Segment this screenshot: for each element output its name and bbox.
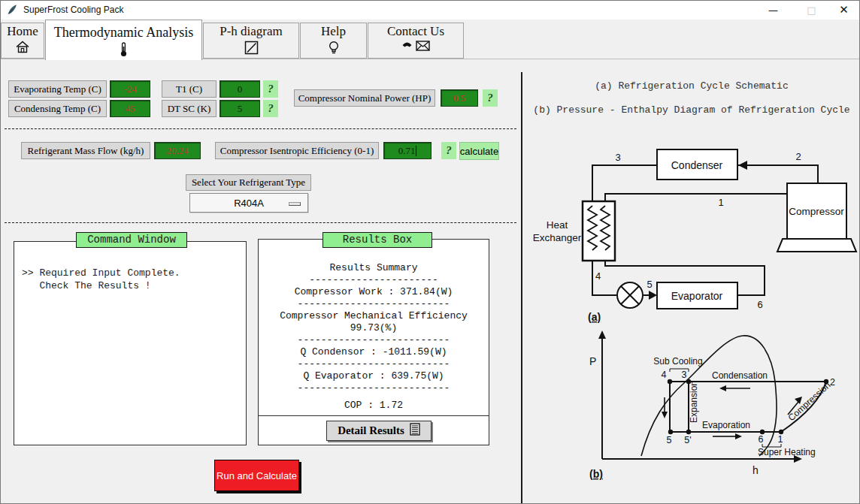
results-text: Results Summary ---------------------- C…: [259, 262, 489, 412]
ph-diagram: P h 4 3 2 5 5' 6 1 Sub Cooling Condensat…: [523, 324, 860, 504]
tab-contact-us[interactable]: Contact Us: [368, 23, 464, 59]
ph-point-1: 1: [778, 434, 783, 445]
isentropic-eff-value: 0.71: [398, 145, 416, 157]
refrigerant-selected-value: R404A: [234, 198, 264, 209]
results-line: Results Summary: [329, 262, 417, 274]
results-line: ----------------------: [309, 274, 438, 286]
expansion-label: Expansion: [689, 381, 699, 423]
heat-exchanger-label-1: Heat: [547, 219, 568, 231]
tab-home[interactable]: Home: [1, 23, 44, 59]
refrigerant-type-label: Select Your Refrigerant Type: [186, 174, 311, 191]
command-line: Check The Results !: [22, 280, 151, 291]
dt-sc-help-button[interactable]: ?: [263, 100, 278, 117]
maximize-button[interactable]: □: [795, 1, 828, 20]
results-line: Compressor Work : 371.84(W): [295, 286, 453, 298]
ph-point-5: 5: [667, 435, 672, 445]
compressor-power-help-button[interactable]: ?: [483, 89, 498, 107]
tab-home-label: Home: [7, 24, 38, 39]
ph-caption: (b): [589, 468, 603, 480]
compression-label: Compression: [786, 380, 833, 424]
dt-sc-label: DT SC (K): [162, 100, 217, 117]
point-5: 5: [647, 279, 652, 290]
condensing-temp-field[interactable]: 45: [110, 100, 150, 117]
tab-help[interactable]: Help: [300, 23, 367, 59]
super-heating-label: Super Heating: [758, 447, 816, 457]
evaporation-label: Evaporation: [702, 420, 750, 430]
mass-flow-field[interactable]: 20.24: [154, 142, 201, 159]
t1-help-button[interactable]: ?: [263, 80, 278, 98]
diagram-icon: [244, 41, 259, 55]
thermometer-icon: [120, 42, 128, 57]
point-6: 6: [757, 299, 762, 310]
command-window-text: >> Required Input Complete. Check The Re…: [22, 267, 180, 292]
results-box-title: Results Box: [322, 232, 432, 248]
refrigeration-cycle-schematic: Condenser Compressor Evaporator Heat Exc…: [523, 136, 860, 324]
point-4: 4: [595, 270, 601, 282]
ph-point-3: 3: [682, 370, 687, 380]
evaporator-label: Evaporator: [671, 290, 723, 302]
isentropic-eff-label: Compressor Isentropic Efficiency (0-1): [215, 142, 379, 159]
evaporating-temp-field[interactable]: -24: [110, 80, 150, 98]
saturation-dome: [641, 336, 777, 456]
text-cursor: [416, 146, 416, 156]
dashed-separator: [5, 128, 516, 129]
results-line: Q Evaporator : 639.75(W): [303, 370, 444, 382]
minimize-button[interactable]: —: [756, 1, 790, 20]
results-line: Compressor Mechanical Efficiency: [280, 310, 468, 322]
close-button[interactable]: ✕: [827, 1, 860, 20]
detail-results-button[interactable]: Detail Results: [326, 421, 432, 441]
dt-sc-field[interactable]: 5: [220, 100, 260, 117]
point-2: 2: [795, 151, 801, 162]
command-window-title: Command Window: [76, 232, 187, 248]
run-and-calculate-button[interactable]: Run and Calculate: [214, 460, 299, 491]
results-line: 99.73(%): [350, 322, 397, 334]
results-line: --------------------------: [298, 358, 450, 370]
tab-strip: Home Thermodynamic Analysis P-h diagram …: [1, 20, 859, 59]
window-title: SuperFrost Cooling Pack: [23, 1, 123, 20]
compressor-power-field[interactable]: 0.5: [441, 89, 478, 107]
sub-cooling-label: Sub Cooling: [653, 356, 702, 367]
ph-point-4: 4: [662, 370, 667, 380]
t1-field[interactable]: 0: [220, 80, 260, 98]
schematic-caption: (a): [588, 311, 601, 323]
dashed-separator: [5, 222, 516, 223]
dropdown-indicator-icon: [289, 202, 301, 206]
ph-point-6: 6: [759, 434, 764, 445]
lightbulb-icon: [329, 41, 339, 56]
t1-label: T1 (C): [162, 80, 217, 98]
tab-help-label: Help: [321, 24, 346, 39]
tab-ph-diagram[interactable]: P-h diagram: [203, 23, 299, 59]
axis-h-label: h: [752, 464, 759, 476]
home-icon: [16, 41, 29, 53]
calculate-button[interactable]: calculate: [459, 142, 499, 160]
heat-exchanger-label-2: Exchanger: [533, 232, 582, 243]
app-feather-icon: [6, 4, 18, 16]
caption-schematic: (a) Refrigeration Cycle Schematic: [522, 80, 860, 92]
point-1: 1: [718, 197, 723, 208]
document-icon: [410, 423, 420, 439]
results-line: --------------------------: [298, 334, 450, 346]
results-line: --------------------------: [298, 298, 450, 310]
results-line: COP : 1.72: [344, 400, 403, 412]
evaporating-temp-label: Evaporating Temp (C): [8, 80, 107, 98]
phone-icon: [401, 41, 413, 54]
axis-p-label: P: [589, 355, 596, 367]
panel-divider: [521, 72, 522, 504]
compressor-label: Compressor: [789, 206, 844, 217]
condensing-temp-label: Condensing Temp (C): [8, 100, 107, 117]
title-bar: SuperFrost Cooling Pack — □ ✕: [1, 1, 859, 20]
envelope-icon: [416, 41, 430, 54]
ph-point-5p: 5': [684, 435, 691, 445]
tab-thermo-label: Thermodynamic Analysis: [54, 25, 193, 41]
results-divider: [259, 415, 489, 416]
tab-contact-label: Contact Us: [387, 24, 444, 39]
refrigerant-dropdown[interactable]: R404A: [189, 193, 308, 213]
compressor-power-label: Compressor Nominal Power (HP): [294, 89, 435, 107]
command-window: >> Required Input Complete. Check The Re…: [14, 241, 247, 445]
tab-ph-label: P-h diagram: [220, 24, 283, 39]
tab-thermodynamic-analysis[interactable]: Thermodynamic Analysis: [45, 20, 202, 60]
isentropic-eff-field[interactable]: 0.71: [383, 142, 432, 159]
isentropic-eff-help-button[interactable]: ?: [441, 142, 456, 159]
results-line: --------------------------: [298, 382, 450, 394]
app-window: SuperFrost Cooling Pack — □ ✕ Home Therm…: [0, 0, 860, 504]
